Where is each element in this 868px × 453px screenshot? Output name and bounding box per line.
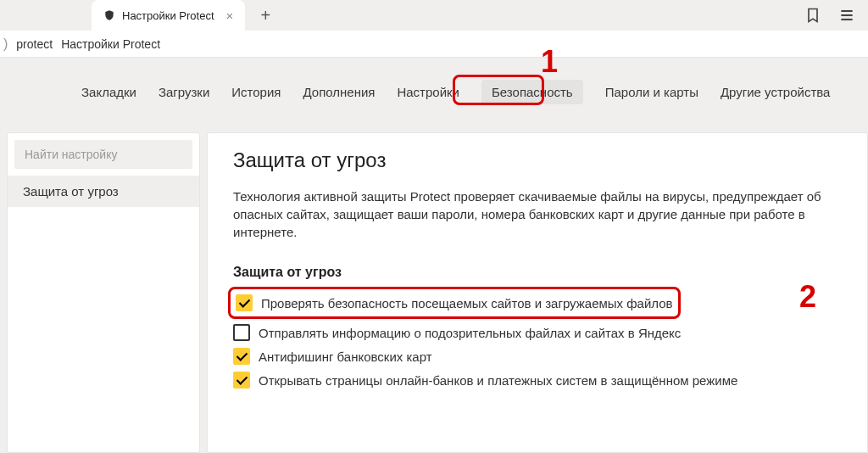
tab-title: Настройки Protect	[122, 9, 214, 22]
close-tab-icon[interactable]: ×	[226, 8, 234, 23]
nav-history[interactable]: История	[231, 85, 281, 99]
page-title: Защита от угроз	[233, 148, 842, 172]
nav-security[interactable]: Безопасность	[481, 80, 583, 104]
tabbar: Настройки Protect × +	[0, 0, 868, 31]
breadcrumb-part: Настройки Protect	[61, 37, 160, 51]
annotation-label-1: 1	[541, 44, 558, 80]
option-label: Отправлять информацию о подозрительных ф…	[259, 326, 681, 340]
browser-tab[interactable]: Настройки Protect ×	[92, 0, 245, 31]
menu-icon[interactable]	[837, 6, 856, 25]
option-protected-mode: Открывать страницы онлайн-банков и плате…	[233, 368, 842, 392]
annotation-box-2: Проверять безопасность посещаемых сайтов…	[228, 287, 681, 319]
checkbox[interactable]	[233, 324, 250, 341]
shield-icon	[103, 9, 115, 21]
option-antiphishing: Антифишинг банковских карт	[233, 344, 842, 368]
settings-nav: Закладки Загрузки История Дополнения Нас…	[0, 58, 868, 126]
nav-bookmarks[interactable]: Закладки	[81, 85, 136, 99]
page-description: Технология активной защиты Protect прове…	[233, 187, 826, 241]
checkbox[interactable]	[233, 348, 250, 365]
nav-devices[interactable]: Другие устройства	[721, 85, 830, 99]
settings-content: Защита от угроз Технология активной защи…	[207, 132, 868, 453]
sidebar-item-threat-protection[interactable]: Защита от угроз	[8, 176, 199, 207]
sidebar: Защита от угроз	[7, 132, 200, 453]
option-label: Открывать страницы онлайн-банков и плате…	[259, 373, 737, 388]
checkbox[interactable]	[236, 294, 253, 311]
nav-addons[interactable]: Дополнения	[303, 85, 375, 99]
breadcrumb-part: protect	[16, 37, 53, 51]
refresh-icon[interactable]: )	[3, 36, 8, 52]
bookmark-icon[interactable]	[804, 6, 822, 25]
option-send-info: Отправлять информацию о подозрительных ф…	[233, 321, 842, 344]
section-heading: Защита от угроз	[233, 265, 842, 280]
option-check-safety: Проверять безопасность посещаемых сайтов…	[236, 291, 673, 315]
annotation-label-2: 2	[799, 279, 816, 315]
breadcrumb: ) protect Настройки Protect	[0, 31, 868, 58]
nav-settings[interactable]: Настройки	[397, 85, 459, 99]
option-label: Антифишинг банковских карт	[259, 350, 432, 364]
new-tab-button[interactable]: +	[253, 3, 277, 27]
search-input[interactable]	[14, 140, 192, 169]
option-label: Проверять безопасность посещаемых сайтов…	[261, 296, 673, 310]
nav-downloads[interactable]: Загрузки	[159, 85, 209, 99]
nav-passwords[interactable]: Пароли и карты	[605, 85, 698, 99]
checkbox[interactable]	[233, 372, 250, 389]
